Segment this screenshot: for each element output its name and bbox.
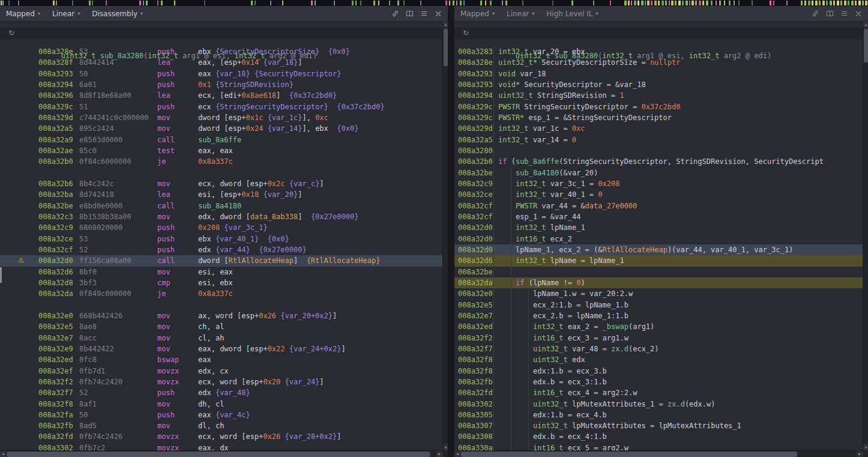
address[interactable]: 008a32f7 (458, 344, 493, 354)
token-kw[interactable]: if (498, 157, 507, 166)
address[interactable]: 008a329c (38, 101, 79, 112)
token-txt[interactable]: var_20 = (529, 47, 572, 56)
token-txt[interactable]: lpName_1, ecx_2 = (& (516, 246, 603, 254)
instruction-bytes[interactable]: 8d442414 (79, 57, 157, 68)
token-txt[interactable]: dword [ (198, 256, 229, 265)
disasm-row[interactable]: 008a32fb8ad5movdl, ch (0, 420, 442, 431)
token-sym[interactable]: sub_8a6ffe (516, 157, 559, 166)
disasm-row[interactable]: 008a328f8d442414leaeax, [esp+0x14 {var_1… (0, 57, 442, 68)
hlil-row[interactable]: 008a32c9int32_t var_3c_1 = 0x208 (454, 178, 863, 189)
token-reg[interactable]: esp (250, 345, 264, 353)
scrollbar-thumb[interactable] (864, 29, 868, 62)
view-type-dropdown[interactable]: High Level IL ▾ (546, 10, 598, 18)
token-txt[interactable]: dword [ (198, 113, 229, 122)
token-reg[interactable]: esp (229, 124, 242, 133)
token-reg[interactable]: al (215, 322, 224, 331)
scroll-down-arrow[interactable]: ▾ (443, 444, 448, 450)
token-txt[interactable]: ] (319, 180, 324, 188)
mnemonic[interactable]: mov (157, 321, 198, 332)
token-reg[interactable]: eax (198, 345, 211, 353)
token-txt[interactable]: edx.b = ecx_3:1.b (533, 378, 607, 386)
token-txt[interactable]: ] (276, 91, 289, 100)
instruction-bytes[interactable]: 3bf3 (79, 277, 157, 288)
disasm-row[interactable]: 008a32e0668b442426movax, word [esp+0x26 … (0, 310, 442, 321)
address[interactable]: 008a328e (38, 46, 79, 57)
token-txt[interactable]: , (206, 422, 215, 430)
address[interactable]: 008a32e5 (38, 321, 79, 332)
token-num[interactable]: 0x26 (263, 432, 280, 441)
disasm-row[interactable]: 008a32968d8f18e68a00leaecx, [edi+0x8ae61… (0, 90, 442, 101)
token-ann[interactable]: {var_20+0x2} (280, 312, 333, 320)
token-reg[interactable]: esp (224, 190, 237, 199)
address[interactable]: 008a32d6 (38, 267, 79, 277)
token-typ[interactable]: PWSTR (498, 103, 520, 111)
token-num[interactable]: 1 (619, 91, 624, 100)
address[interactable]: 008a3296 (38, 90, 79, 101)
address[interactable]: 008a32e7 (38, 333, 79, 344)
token-txt[interactable] (211, 411, 215, 419)
token-txt[interactable]: , (211, 444, 220, 450)
hlil-row[interactable]: 008a3294uint32_t StringSDRevision = 1 (454, 90, 863, 101)
token-txt[interactable] (211, 389, 215, 397)
token-ann[interactable]: {SecurityDescriptor} (255, 70, 342, 78)
token-txt[interactable]: edx:1.b = ecx_3.b (533, 367, 607, 375)
address[interactable]: 008a32f8 (458, 366, 493, 377)
hlil-row[interactable]: 008a330aint16_t ecx_5 = arg2.w (454, 443, 863, 450)
mnemonic[interactable]: mov (157, 344, 198, 354)
instruction-bytes[interactable]: c744241c0c000000 (79, 112, 157, 123)
token-ann[interactable]: {StringSecurityDescriptor} (215, 103, 328, 111)
address[interactable]: 008a32f8 (458, 354, 493, 365)
token-txt[interactable]: var_14 = (529, 136, 572, 144)
hlil-row[interactable]: 008a32f7uint32_t var_48 = zx.d(ecx_2) (454, 344, 863, 354)
instruction-bytes[interactable]: e8bd0e0000 (79, 201, 157, 211)
token-txt[interactable]: ] (337, 432, 341, 441)
token-imp[interactable]: data_8ab338 (250, 213, 298, 221)
token-typ[interactable]: int32_t (533, 322, 564, 331)
token-ann[interactable]: {0x27e0000} (311, 213, 358, 221)
token-txt[interactable] (319, 47, 328, 56)
token-txt[interactable] (263, 113, 267, 122)
menu-icon[interactable] (840, 10, 848, 17)
token-reg[interactable]: edi (224, 91, 237, 100)
token-txt[interactable]: eax_2 = (564, 322, 603, 331)
token-txt[interactable]: lpName_1.w = var_20:2.w (533, 289, 633, 298)
token-typ[interactable]: void* (498, 80, 520, 89)
token-typ[interactable]: int32_t (516, 223, 546, 232)
token-txt[interactable]: (lpName != (524, 279, 576, 287)
token-reg[interactable]: esp (241, 312, 255, 320)
address[interactable]: 008a32fb (38, 420, 79, 431)
instruction-bytes[interactable]: 51 (79, 101, 157, 112)
token-sym[interactable]: zx.d (611, 345, 628, 353)
sync-link-icon[interactable] (812, 10, 819, 17)
address[interactable]: 008a32e9 (38, 344, 79, 354)
scroll-up-arrow[interactable]: ▴ (863, 22, 868, 28)
token-reg[interactable]: edx (198, 367, 211, 375)
mnemonic[interactable]: push (157, 68, 198, 79)
address[interactable]: 008a32a5 (458, 135, 493, 145)
token-txt[interactable]: var_1c = (529, 124, 572, 133)
address[interactable]: 008a32f7 (38, 387, 79, 398)
mnemonic[interactable]: call (157, 255, 198, 266)
address[interactable]: 008a3293 (458, 79, 493, 90)
token-txt[interactable]: , dword [ (211, 180, 250, 188)
token-txt[interactable]: , word [ (206, 312, 241, 320)
token-reg[interactable]: eax (198, 147, 211, 155)
disasm-row[interactable]: 008a32f752pushedx {var_48} (0, 387, 442, 398)
token-txt[interactable]: ], (302, 124, 315, 133)
mnemonic[interactable]: movzx (157, 377, 198, 387)
token-sym[interactable]: sub_8a4180 (516, 169, 559, 177)
hlil-row[interactable]: 008a32fbedx.b = ecx_3:1.b (454, 377, 863, 387)
hlil-row[interactable]: 008a32cfesp_1 = &var_44 (454, 211, 863, 222)
token-txt[interactable] (211, 80, 215, 89)
token-txt[interactable]: , (211, 279, 220, 287)
token-txt[interactable]: ] (319, 378, 324, 386)
mnemonic[interactable]: mov (157, 123, 198, 134)
token-reg[interactable]: ch (215, 422, 224, 430)
address[interactable]: 008a32be (458, 168, 493, 178)
hlil-row[interactable]: 008a32d6int32_t lpName = lpName_1 (454, 255, 863, 266)
mnemonic[interactable]: movzx (157, 366, 198, 377)
address[interactable]: 008a328e (458, 57, 493, 68)
token-num[interactable]: 0 (598, 190, 602, 199)
token-ann[interactable]: {var_20} (263, 190, 298, 199)
token-txt[interactable]: , (206, 322, 215, 331)
